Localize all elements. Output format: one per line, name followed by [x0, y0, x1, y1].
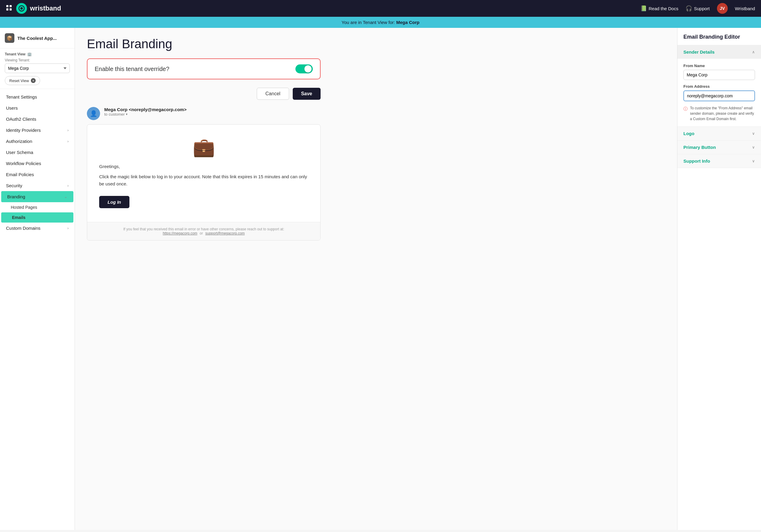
page-title: Email Branding: [87, 37, 665, 51]
sidebar-app-header: 📦 The Coolest App...: [0, 28, 75, 48]
docs-label: Read the Docs: [649, 6, 678, 11]
support-link[interactable]: 🎧 Support: [685, 5, 710, 12]
tenant-icon: 🏢: [27, 52, 32, 56]
chevron-right-icon: ›: [67, 139, 69, 144]
topnav-right: 📗 Read the Docs 🎧 Support JV Wristband: [640, 3, 755, 14]
from-address-input[interactable]: [683, 90, 755, 101]
email-login-button[interactable]: Log In: [99, 196, 130, 208]
briefcase-icon: 💼: [99, 137, 308, 158]
sidebar-item-workflow-policies[interactable]: Workflow Policies: [0, 158, 75, 169]
app-icon: 📦: [5, 33, 14, 43]
reset-view-button[interactable]: Reset View ✕: [5, 76, 40, 85]
sidebar-sub-hosted-pages[interactable]: Hosted Pages: [0, 202, 75, 212]
tenant-view-label: Tenant View 🏢: [5, 52, 70, 56]
top-navbar: wristband 📗 Read the Docs 🎧 Support JV W…: [0, 0, 761, 17]
sidebar-item-tenant-settings[interactable]: Tenant Settings: [0, 91, 75, 102]
override-label: Enable this tenant override?: [95, 66, 169, 73]
sender-name: Mega Corp <noreply@megacorp.com>: [104, 107, 187, 112]
from-address-label: From Address: [683, 84, 755, 89]
sender-details-section: Sender Details ∧ From Name From Address …: [677, 45, 761, 127]
right-panel-title: Email Branding Editor: [677, 28, 761, 45]
sidebar-item-security[interactable]: Security ›: [0, 180, 75, 191]
sidebar-item-identity-providers[interactable]: Identity Providers ›: [0, 125, 75, 136]
chevron-down-icon: ∨: [752, 159, 755, 163]
logo-section: Logo ∨: [677, 127, 761, 141]
from-name-label: From Name: [683, 64, 755, 68]
svg-rect-1: [10, 5, 12, 7]
chevron-right-icon: ›: [67, 128, 69, 132]
warning-text: To customize the "From Address" email se…: [690, 105, 755, 122]
logo-icon: [16, 3, 27, 14]
sidebar: 📦 The Coolest App... Tenant View 🏢 Viewi…: [0, 28, 75, 530]
tenant-select[interactable]: Mega Corp: [5, 64, 70, 73]
chevron-down-icon: ⌄: [64, 195, 67, 199]
docs-link[interactable]: 📗 Read the Docs: [640, 5, 678, 12]
support-info-header[interactable]: Support Info ∨: [677, 154, 761, 168]
primary-button-section: Primary Button ∨: [677, 141, 761, 154]
right-panel: Email Branding Editor Sender Details ∧ F…: [677, 28, 761, 530]
chevron-right-icon: ›: [67, 226, 69, 230]
save-button[interactable]: Save: [293, 88, 321, 100]
svg-rect-0: [6, 5, 8, 7]
close-icon: ✕: [31, 78, 36, 83]
from-address-warning: ⓘ To customize the "From Address" email …: [683, 105, 755, 122]
main-layout: 📦 The Coolest App... Tenant View 🏢 Viewi…: [0, 28, 761, 530]
logo[interactable]: wristband: [16, 3, 61, 14]
sender-info: Mega Corp <noreply@megacorp.com> to cust…: [104, 107, 187, 117]
tenant-name: Mega Corp: [396, 20, 420, 25]
email-sender-row: 👤 Mega Corp <noreply@megacorp.com> to cu…: [87, 107, 321, 120]
override-card: Enable this tenant override?: [87, 58, 321, 79]
logo-section-header[interactable]: Logo ∨: [677, 127, 761, 140]
svg-rect-2: [6, 8, 8, 11]
svg-point-5: [20, 7, 23, 10]
sidebar-item-users[interactable]: Users: [0, 102, 75, 114]
sender-details-body: From Name From Address ⓘ To customize th…: [677, 59, 761, 126]
sidebar-item-oauth2-clients[interactable]: OAuth2 Clients: [0, 114, 75, 125]
email-body-card: 💼 Greetings, Click the magic link below …: [87, 124, 321, 241]
email-footer: If you feel that you received this email…: [87, 222, 320, 240]
user-avatar[interactable]: JV: [717, 3, 728, 14]
primary-button-header[interactable]: Primary Button ∨: [677, 141, 761, 154]
book-icon: 📗: [640, 5, 647, 12]
footer-text: If you feel that you received this email…: [96, 227, 311, 231]
sidebar-item-user-schema[interactable]: User Schema: [0, 147, 75, 158]
email-body-text: Click the magic link below to log in to …: [99, 173, 308, 188]
chevron-right-icon: ›: [67, 183, 69, 188]
main-content: Email Branding Enable this tenant overri…: [75, 28, 677, 530]
chevron-down-icon: ∨: [752, 145, 755, 149]
sidebar-item-email-policies[interactable]: Email Policies: [0, 169, 75, 180]
username-label: Wristband: [735, 6, 755, 11]
svg-rect-3: [10, 8, 12, 11]
action-buttons: Cancel Save: [87, 88, 321, 100]
chevron-down-icon: ▾: [126, 112, 128, 116]
tenant-section: Tenant View 🏢 Viewing Tenant: Mega Corp …: [0, 48, 75, 89]
sender-avatar: 👤: [87, 107, 100, 120]
chevron-up-icon: ∧: [752, 50, 755, 54]
sidebar-sub-emails[interactable]: Emails: [1, 212, 73, 222]
sidebar-item-custom-domains[interactable]: Custom Domains ›: [0, 222, 75, 234]
email-text-block: Greetings, Click the magic link below to…: [99, 164, 308, 213]
warning-icon: ⓘ: [683, 106, 688, 112]
sidebar-nav: Tenant Settings Users OAuth2 Clients Ide…: [0, 89, 75, 236]
footer-link-1[interactable]: https://megacorp.com: [163, 231, 197, 235]
sidebar-item-branding[interactable]: Branding ⌄: [1, 191, 73, 202]
logo-text: wristband: [30, 5, 61, 12]
sidebar-item-authorization[interactable]: Authorization ›: [0, 136, 75, 147]
email-greeting: Greetings,: [99, 164, 308, 169]
logo-label: Logo: [683, 131, 694, 136]
primary-button-label: Primary Button: [683, 145, 716, 150]
headset-icon: 🎧: [685, 5, 692, 12]
grid-icon[interactable]: [6, 5, 12, 12]
email-preview: 👤 Mega Corp <noreply@megacorp.com> to cu…: [87, 107, 321, 241]
viewing-label: Viewing Tenant:: [5, 58, 70, 62]
app-name: The Coolest App...: [17, 36, 57, 41]
tenant-banner: You are in Tenant View for: Mega Corp: [0, 17, 761, 28]
sender-details-label: Sender Details: [683, 49, 715, 54]
tenant-override-toggle[interactable]: [295, 64, 313, 73]
support-info-label: Support Info: [683, 158, 710, 163]
sender-details-header[interactable]: Sender Details ∧: [677, 45, 761, 59]
footer-link-2[interactable]: support@megacorp.com: [205, 231, 245, 235]
from-name-input[interactable]: [683, 70, 755, 80]
chevron-down-icon: ∨: [752, 131, 755, 136]
cancel-button[interactable]: Cancel: [257, 88, 289, 100]
